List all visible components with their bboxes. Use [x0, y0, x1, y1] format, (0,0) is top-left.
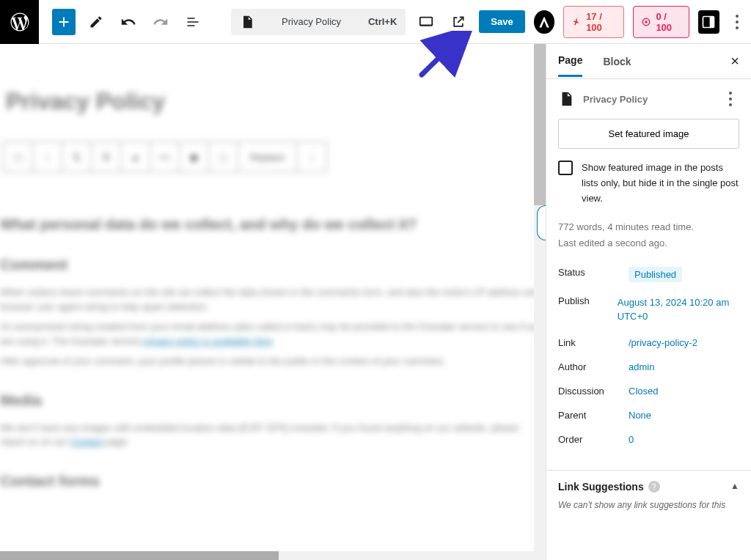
horizontal-scrollbar[interactable] [0, 551, 534, 560]
wordpress-logo[interactable] [0, 0, 39, 44]
top-toolbar: Privacy Policy Ctrl+K Save 17 / 100 0 / … [0, 0, 751, 44]
seo-score-value: 17 / 100 [586, 11, 616, 33]
parent-label: Parent [558, 410, 629, 421]
page-attributes: StatusPublished PublishAugust 13, 2024 1… [558, 267, 739, 445]
featured-image-checkbox-row: Show featured image in the posts lists o… [558, 161, 739, 206]
link-suggestions-body: We can't show any link suggestions for t… [558, 500, 739, 510]
more-options-button[interactable] [730, 15, 745, 29]
sidebar-tabs: Page Block × [546, 44, 751, 79]
document-overview-button[interactable] [181, 9, 205, 35]
featured-image-checkbox-label: Show featured image in the posts lists o… [582, 161, 739, 206]
tools-button[interactable] [84, 9, 108, 35]
featured-image-checkbox[interactable] [558, 161, 573, 175]
svg-point-2 [645, 21, 648, 23]
close-sidebar-button[interactable]: × [730, 53, 739, 70]
editor-canvas[interactable]: Privacy Policy ▢⋮⇅ ☰▲<>◼◻ Replace⋮ What … [0, 44, 546, 560]
readability-score-value: 0 / 100 [656, 11, 681, 33]
author-label: Author [558, 361, 629, 372]
document-switcher[interactable]: Privacy Policy Ctrl+K [231, 9, 406, 35]
author-value[interactable]: admin [629, 361, 654, 372]
section-heading[interactable]: Contact forms [0, 473, 546, 490]
status-label: Status [558, 267, 629, 278]
tab-page[interactable]: Page [558, 45, 582, 77]
target-icon [641, 16, 651, 28]
link-value[interactable]: /privacy-policy-2 [629, 337, 697, 348]
word-count: 772 words, 4 minutes read time. [558, 219, 739, 235]
status-value[interactable]: Published [629, 267, 682, 282]
section-heading[interactable]: Media [0, 392, 546, 409]
template-row: Privacy Policy [558, 91, 739, 107]
paragraph[interactable]: An anonymized string created from your e… [0, 320, 546, 348]
settings-sidebar: Page Block × Privacy Policy Set featured… [546, 44, 751, 560]
paragraph[interactable]: We don't have any images with embedded l… [0, 421, 546, 449]
discussion-label: Discussion [558, 386, 629, 397]
page-meta: 772 words, 4 minutes read time. Last edi… [558, 219, 739, 251]
link-suggestions-title: Link Suggestions [558, 481, 644, 493]
template-actions-button[interactable] [722, 92, 739, 106]
shortcut-hint: Ctrl+K [368, 16, 397, 27]
page-heading[interactable]: Privacy Policy [6, 88, 546, 115]
section-heading[interactable]: Comment [0, 257, 546, 273]
undo-button[interactable] [117, 9, 140, 35]
add-block-button[interactable] [52, 9, 76, 35]
svg-rect-4 [710, 16, 714, 27]
page-icon [558, 91, 574, 107]
astra-icon[interactable] [534, 10, 554, 34]
last-edited: Last edited a second ago. [558, 235, 739, 251]
publish-value[interactable]: August 13, 2024 10:20 am UTC+0 [618, 295, 739, 324]
tab-block[interactable]: Block [603, 47, 631, 76]
open-preview-button[interactable] [447, 9, 470, 35]
sidebar-collapse-handle[interactable] [537, 205, 546, 240]
paragraph[interactable]: When visitors leave comments on the site… [0, 285, 546, 314]
block-toolbar[interactable]: ▢⋮⇅ ☰▲<>◼◻ Replace⋮ [3, 141, 327, 172]
page-icon [240, 15, 254, 29]
template-name: Privacy Policy [583, 94, 648, 105]
help-icon[interactable]: ? [648, 481, 660, 493]
paragraph[interactable]: After approval of your comment, your pro… [0, 354, 546, 369]
link-suggestions-panel[interactable]: Link Suggestions ? ▲ We can't show any l… [546, 470, 751, 520]
readability-score-badge[interactable]: 0 / 100 [633, 6, 689, 38]
editor-content[interactable]: Privacy Policy ▢⋮⇅ ☰▲<>◼◻ Replace⋮ What … [0, 44, 546, 560]
thumbtack-icon [571, 16, 582, 28]
save-button[interactable]: Save [479, 10, 524, 33]
link-label: Link [558, 337, 629, 348]
set-featured-image-button[interactable]: Set featured image [558, 119, 739, 149]
settings-panel-toggle[interactable] [698, 10, 719, 34]
order-label: Order [558, 434, 629, 445]
publish-label: Publish [558, 295, 618, 306]
document-title: Privacy Policy [262, 16, 361, 27]
page-panel: Privacy Policy Set featured image Show f… [546, 79, 751, 470]
vertical-scrollbar[interactable] [534, 44, 546, 560]
view-desktop-button[interactable] [414, 9, 438, 35]
chevron-up-icon: ▲ [730, 481, 739, 491]
order-value[interactable]: 0 [629, 434, 634, 445]
seo-score-badge[interactable]: 17 / 100 [563, 6, 624, 38]
discussion-value[interactable]: Closed [629, 386, 658, 397]
parent-value[interactable]: None [629, 410, 651, 421]
section-heading[interactable]: What personal data do we collect, and wh… [0, 216, 546, 233]
svg-rect-0 [420, 17, 433, 25]
redo-button[interactable] [149, 9, 172, 35]
